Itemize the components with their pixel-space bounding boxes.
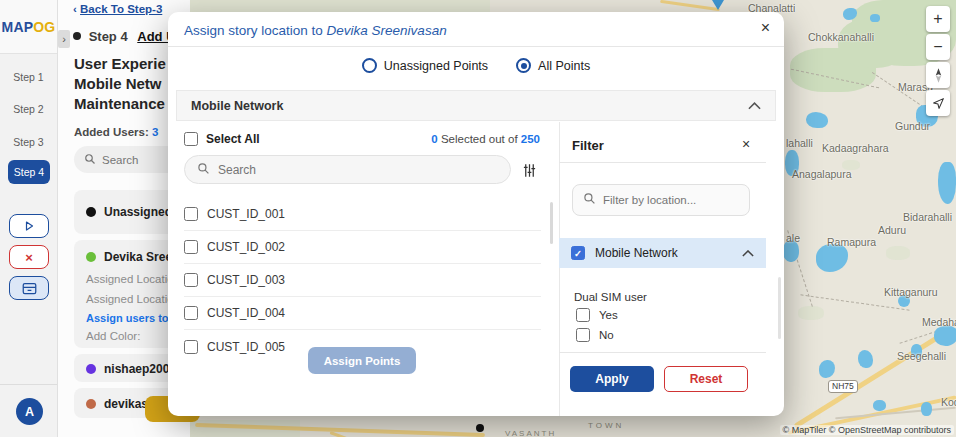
yes-checkbox[interactable] [576, 308, 590, 322]
step4-header: Step 4 Add U [73, 29, 176, 44]
map-label: Bidarahalli [903, 211, 952, 223]
play-button[interactable] [9, 214, 49, 238]
list-scrollbar[interactable] [550, 202, 553, 244]
sidebar-item-step1[interactable]: Step 1 [0, 71, 57, 83]
assign-points-button[interactable]: Assign Points [308, 347, 416, 374]
map-lake [873, 400, 886, 411]
story-title: User Experie Mobile Netw Maintenance [74, 54, 166, 114]
radio-unassigned-points[interactable]: Unassigned Points [362, 58, 488, 73]
left-rail: MAPOG Step 1 Step 2 Step 3 Step 4 × A [0, 0, 58, 437]
sidebar-item-step3[interactable]: Step 3 [0, 136, 57, 148]
filter-option-no[interactable]: No [576, 328, 614, 342]
save-icon [22, 282, 37, 295]
compass-icon[interactable] [926, 62, 950, 88]
app-screen: Chanalatti Chokkanahalli Marasa Gundur l… [0, 0, 956, 437]
list-item[interactable]: CUST_ID_003 [184, 264, 541, 297]
map-area-label: VASANTH [505, 429, 556, 437]
color-dot-orange [86, 399, 96, 409]
map-label: Kittaganuru [884, 286, 938, 298]
filter-category-mobile-network[interactable]: ✓ Mobile Network [559, 238, 766, 268]
map-label: Aduru [878, 224, 906, 236]
search-icon [84, 151, 96, 169]
step-indicator-dot [73, 32, 81, 40]
road-badge: NH75 [828, 380, 858, 393]
map-lake [921, 402, 932, 416]
search-icon [197, 161, 210, 179]
rail-divider [0, 384, 57, 385]
filter-location-box[interactable] [572, 184, 750, 216]
app-logo: MAPOG [0, 0, 57, 54]
filter-toggle-button[interactable] [517, 158, 541, 182]
sidebar-item-step2[interactable]: Step 2 [0, 103, 57, 115]
no-checkbox[interactable] [576, 328, 590, 342]
sidebar-item-step4-active[interactable]: Step 4 [8, 160, 50, 184]
play-icon [23, 220, 35, 232]
filter-footer-divider [559, 352, 766, 353]
filter-divider [559, 162, 766, 163]
filter-option-yes[interactable]: Yes [576, 308, 618, 322]
select-all-checkbox[interactable] [184, 132, 198, 146]
map-forest-patch [886, 246, 910, 260]
radio-all-points[interactable]: All Points [516, 58, 590, 73]
map-label: lahalli [786, 137, 813, 149]
filter-group-label: Dual SIM user [574, 291, 647, 303]
checked-checkbox[interactable]: ✓ [571, 246, 585, 260]
modal-close-button[interactable]: × [761, 19, 770, 37]
assign-location-modal: Assign story location to Devika Sreeniva… [168, 12, 784, 416]
map-lake [819, 360, 835, 378]
selection-count: 0 Selected out of 250 [398, 133, 540, 145]
map-forest-patch [798, 306, 824, 320]
reset-button[interactable]: Reset [664, 366, 748, 392]
zoom-out-button[interactable]: − [926, 34, 950, 60]
row-checkbox[interactable] [184, 240, 198, 254]
filter-scrollbar[interactable] [778, 277, 781, 339]
map-road [660, 0, 720, 11]
radio-selected-icon[interactable] [516, 58, 531, 73]
map-lake [816, 244, 848, 272]
zoom-in-button[interactable]: + [926, 6, 950, 32]
panel-search-input[interactable] [102, 154, 172, 166]
user-avatar[interactable]: A [16, 398, 43, 425]
modal-title: Assign story location to Devika Sreeniva… [184, 23, 447, 38]
mobile-network-accordion[interactable]: Mobile Network [176, 90, 776, 121]
row-checkbox[interactable] [184, 306, 198, 320]
map-label: Medahalli [922, 316, 956, 328]
map-forest-patch [838, 18, 908, 68]
map-label: Kadaagrahara [822, 142, 889, 154]
map-lake [870, 14, 880, 22]
map-label: Ramapura [827, 236, 876, 248]
list-item[interactable]: CUST_ID_002 [184, 231, 541, 264]
map-forest-patch [190, 0, 490, 12]
map-lake [858, 350, 873, 368]
apply-button[interactable]: Apply [570, 366, 654, 392]
back-to-step3-link[interactable]: ‹ Back To Step-3 [73, 3, 162, 15]
map-label: Chokkanahalli [808, 31, 874, 43]
points-search-box[interactable] [184, 155, 511, 184]
modal-title-username: Devika Sreenivasan [327, 23, 447, 38]
delete-button[interactable]: × [9, 245, 49, 269]
map-attribution: © MapTiler © OpenStreetMap contributors [780, 425, 955, 435]
select-all-row[interactable]: Select All [184, 132, 260, 146]
points-search-input[interactable] [218, 163, 468, 177]
row-checkbox[interactable] [184, 340, 198, 354]
chevron-up-icon [748, 102, 761, 110]
close-icon: × [25, 250, 33, 265]
filter-close-button[interactable]: × [742, 136, 750, 152]
map-label: Seegehalli [897, 350, 946, 362]
map-lake [938, 162, 956, 204]
list-item[interactable]: CUST_ID_004 [184, 297, 541, 330]
row-checkbox[interactable] [184, 273, 198, 287]
map-area-label: TOWN [588, 421, 624, 430]
color-dot-black [86, 207, 96, 217]
map-label: Anagalapura [792, 168, 852, 180]
points-radio-group: Unassigned Points All Points [168, 58, 784, 73]
radio-icon[interactable] [362, 58, 377, 73]
collapse-panel-toggle[interactable]: › [58, 30, 70, 48]
save-button[interactable] [9, 276, 49, 300]
map-lake [806, 112, 828, 128]
list-item[interactable]: CUST_ID_001 [184, 198, 541, 231]
chevron-up-icon [742, 250, 754, 257]
locate-arrow-icon[interactable] [926, 90, 950, 116]
row-checkbox[interactable] [184, 207, 198, 221]
filter-location-input[interactable] [603, 194, 723, 206]
